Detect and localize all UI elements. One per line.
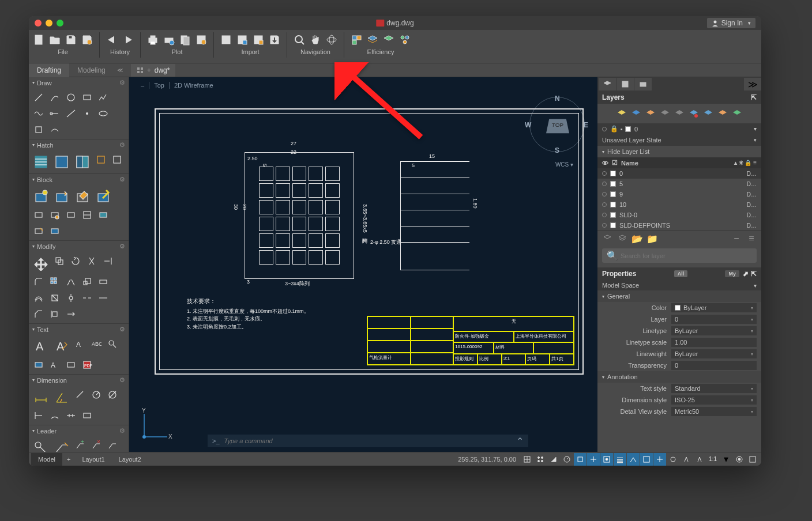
gear-icon[interactable]: ⚙ — [119, 141, 125, 149]
import-pdf-button[interactable] — [235, 32, 250, 47]
pan-button[interactable] — [308, 32, 323, 47]
settings-eff-button[interactable] — [397, 32, 412, 47]
radius-dim-tool[interactable] — [89, 387, 104, 402]
new-doc-icon[interactable]: + — [147, 66, 151, 74]
copy-tool[interactable] — [52, 254, 67, 269]
layer-menu-icon[interactable]: ≡ — [746, 233, 757, 244]
sc-toggle[interactable] — [653, 453, 666, 466]
move-tool[interactable] — [31, 254, 51, 273]
property-row[interactable]: Transparency0 — [597, 360, 761, 371]
gear-icon[interactable]: ⚙ — [119, 79, 125, 86]
command-chevron-icon[interactable]: ⌃ — [516, 436, 524, 447]
redo-button[interactable] — [121, 32, 136, 47]
property-row[interactable]: Dimension styleISO-25 — [597, 394, 761, 406]
attr-def-tool[interactable] — [31, 207, 46, 222]
continue-dim-tool[interactable] — [63, 408, 78, 423]
layer-tool-6[interactable] — [687, 107, 700, 120]
section-block[interactable]: Block⚙ — [29, 174, 129, 185]
fillet-tool[interactable] — [31, 274, 46, 289]
diameter-dim-tool[interactable] — [105, 387, 120, 402]
field-tool[interactable] — [31, 357, 46, 372]
layer-filter-icon[interactable] — [602, 233, 612, 244]
ray-tool[interactable] — [47, 106, 62, 121]
layer-search[interactable]: 🔍 — [602, 248, 757, 263]
ortho-toggle[interactable] — [547, 453, 560, 466]
panel-tab-layers[interactable] — [599, 78, 616, 90]
helix-tool[interactable] — [47, 122, 62, 137]
manage-button[interactable] — [381, 32, 396, 47]
panel-tab-xref[interactable] — [634, 78, 652, 90]
solid-fill-tool[interactable] — [73, 152, 92, 172]
rectangle-tool[interactable] — [80, 90, 95, 105]
block-ref-tool[interactable] — [47, 224, 62, 239]
leader-remove-tool[interactable]: × — [89, 438, 104, 452]
gradient-tool[interactable] — [52, 152, 72, 172]
props-general-hd[interactable]: General — [597, 290, 761, 302]
undock-icon[interactable]: ⇱ — [751, 93, 757, 101]
print-button[interactable] — [145, 32, 160, 47]
region-tool[interactable] — [110, 152, 125, 167]
viewport-label[interactable]: – Top 2D Wireframe — [141, 82, 213, 89]
section-dimension[interactable]: Dimension⚙ — [29, 375, 129, 386]
gear-icon[interactable]: ⚙ — [119, 427, 125, 435]
block-count-tool[interactable] — [96, 207, 111, 222]
save-button[interactable] — [63, 32, 78, 47]
section-draw[interactable]: Draw⚙ — [29, 77, 129, 88]
layer-tool-1[interactable] — [615, 107, 628, 120]
leader-add-tool[interactable]: + — [73, 438, 88, 452]
import-dwg-button[interactable] — [219, 32, 234, 47]
props-pick-icon[interactable]: ⬈ — [743, 270, 749, 278]
text-style-tool[interactable]: A — [73, 337, 88, 352]
undo-button[interactable] — [104, 32, 119, 47]
props-context[interactable]: Model Space▾ — [597, 280, 761, 290]
layer-row[interactable]: 10D… — [597, 199, 761, 210]
osnap-toggle[interactable] — [574, 453, 587, 466]
spline-tool[interactable] — [31, 106, 46, 121]
panel-tab-props[interactable] — [616, 78, 634, 90]
tab-chevron[interactable]: ≪ — [114, 67, 126, 73]
block-table-tool[interactable] — [80, 207, 95, 222]
layout2-tab[interactable]: Layout2 — [112, 453, 148, 466]
gear-icon[interactable]: ⚙ — [119, 376, 125, 384]
boundary-tool[interactable] — [93, 152, 108, 167]
layer-tool-3[interactable] — [644, 107, 657, 120]
layer-open-icon[interactable]: 📂 — [632, 233, 642, 244]
hide-layer-list[interactable]: Hide Layer List — [597, 146, 761, 157]
text-export-tool[interactable]: PDF — [80, 357, 95, 372]
layers-eff-button[interactable] — [365, 32, 380, 47]
property-row[interactable]: LineweightByLayer — [597, 348, 761, 360]
dyn-input-toggle[interactable] — [627, 453, 640, 466]
property-row[interactable]: LinetypeByLayer — [597, 325, 761, 337]
extend-tool[interactable] — [100, 254, 115, 269]
section-text[interactable]: Text⚙ — [29, 324, 129, 335]
edit-block-tool[interactable] — [73, 187, 92, 206]
rotate-tool[interactable] — [68, 254, 83, 269]
attr-edit-tool[interactable] — [47, 207, 62, 222]
join-tool[interactable] — [96, 290, 111, 305]
model-tab[interactable]: Model — [31, 453, 62, 466]
gear-icon[interactable]: ⚙ — [119, 176, 125, 183]
break-tool[interactable] — [80, 290, 95, 305]
layer-tool-7[interactable] — [702, 107, 715, 120]
create-block-tool[interactable] — [52, 187, 72, 206]
panel-expand-icon[interactable]: ≫ — [744, 78, 761, 90]
layer-tool-8[interactable] — [716, 107, 729, 120]
attr-sync-tool[interactable] — [63, 207, 78, 222]
batch-print-button[interactable] — [161, 32, 176, 47]
props-my-pill[interactable]: My — [725, 270, 739, 277]
zoom-button[interactable] — [292, 32, 307, 47]
otrack-toggle[interactable] — [587, 453, 600, 466]
orbit-button[interactable] — [324, 32, 339, 47]
arc-dim-tool[interactable] — [47, 408, 62, 423]
scale-chevron[interactable]: ▾ — [720, 453, 732, 466]
minimize-window[interactable] — [46, 20, 52, 27]
scale-display[interactable]: 1:1 — [706, 453, 719, 466]
tab-modeling[interactable]: Modeling — [69, 63, 114, 77]
ann-scale-toggle[interactable] — [693, 453, 706, 466]
arc-tool[interactable] — [47, 90, 62, 105]
grid-toggle[interactable] — [521, 453, 533, 466]
command-line[interactable]: >_ ⌃ — [208, 435, 528, 447]
layer-minus-icon[interactable]: − — [731, 233, 742, 244]
mleader-tool[interactable] — [31, 438, 51, 452]
open-file-button[interactable] — [47, 32, 62, 47]
